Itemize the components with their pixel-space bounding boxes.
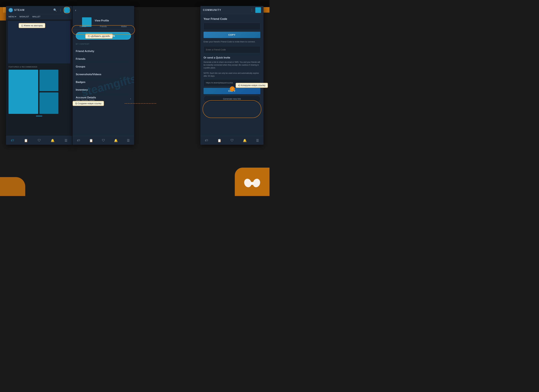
avatar-wrapper[interactable] xyxy=(64,7,70,13)
menu-item-friend-activity[interactable]: Friend Activity xyxy=(76,47,131,55)
cn-bottom-menu[interactable]: ☰ xyxy=(127,139,130,142)
quick-invite-desc: Generate a link to share via email or SM… xyxy=(203,61,260,69)
featured-small-image-1 xyxy=(39,70,58,91)
more-options-icon[interactable]: ⋮ xyxy=(59,8,62,12)
fc-bottom-nav: 🏷 📋 🛡 🔔 ☰ xyxy=(200,136,264,145)
fc-avatar xyxy=(255,7,261,13)
menu-item-friends[interactable]: Friends xyxy=(76,55,131,63)
nav-wishlist[interactable]: WISHLIST xyxy=(19,15,29,18)
steam-icon xyxy=(9,8,13,12)
cn-bottom-shield[interactable]: 🛡 xyxy=(102,139,105,142)
featured-main-image xyxy=(9,70,38,114)
bottom-nav-shield[interactable]: 🛡 xyxy=(38,139,41,142)
store-progress-bar xyxy=(36,116,42,116)
tab-friends[interactable]: Friends xyxy=(93,23,114,29)
search-icon[interactable]: 🔍 xyxy=(53,8,57,12)
steam-logo: STEAM xyxy=(9,8,25,12)
profile-tabs: Games Friends Wallet xyxy=(72,23,134,30)
avatar-highlight xyxy=(63,7,70,14)
menu-item-badges[interactable]: Badges xyxy=(76,78,131,86)
bottom-nav-store[interactable]: 🏷 xyxy=(11,139,14,142)
featured-label: FEATURED & RECOMMENDED xyxy=(9,66,70,68)
cn-bottom-bell[interactable]: 🔔 xyxy=(114,139,118,142)
panel-store: STEAM 🔍 ⋮ MENU ▾ WISHLIST WALLET 1) Жмем… xyxy=(6,6,72,145)
friend-code-display xyxy=(203,23,260,30)
note-text: NOTE: Each link can only be used once an… xyxy=(203,72,260,77)
cn-bottom-store[interactable]: 🏷 xyxy=(77,139,80,142)
panel-community: ‹ View Profile 2) «Добавить друзей» Game… xyxy=(72,6,134,145)
panel-friendcode: COMMUNITY ⋮ Your Friend Code COPY Enter … xyxy=(200,6,264,145)
annotation-2: 2) «Добавить друзей» xyxy=(85,33,113,39)
nav-menu[interactable]: MENU ▾ xyxy=(9,15,16,18)
header-right-icons: ⋮ xyxy=(250,7,261,13)
fc-bottom-shield[interactable]: 🛡 xyxy=(231,139,234,142)
checkmark-annotation: ✓ xyxy=(230,86,235,91)
deco-white-bow xyxy=(244,177,260,190)
fc-bottom-bell[interactable]: 🔔 xyxy=(243,139,247,142)
fc-bottom-menu[interactable]: ☰ xyxy=(256,139,259,142)
generate-link-button[interactable]: Generate new link xyxy=(203,96,260,102)
cn-bottom-library[interactable]: 📋 xyxy=(89,139,93,142)
more-icon[interactable]: ⋮ xyxy=(250,8,253,12)
featured-side-images xyxy=(39,70,58,114)
store-content: FEATURED & RECOMMENDED xyxy=(6,63,72,120)
tab-games[interactable]: Games xyxy=(72,23,93,29)
menu-item-inventory[interactable]: Inventory xyxy=(76,86,131,94)
community-bottom-nav: 🏷 📋 🛡 🔔 ☰ xyxy=(72,136,134,145)
view-profile-btn[interactable]: View Profile xyxy=(95,19,109,22)
quick-invite-title: Or send a Quick Invite xyxy=(203,56,260,59)
friend-code-desc: Enter your friend's Friend Code to invit… xyxy=(203,40,260,43)
friend-code-title: Your Friend Code xyxy=(203,17,260,21)
featured-small-image-2 xyxy=(39,92,58,114)
fc-bottom-library[interactable]: 📋 xyxy=(217,139,221,142)
annotation-1: 1) Жмем на аватарку xyxy=(19,23,45,28)
annotation-4: 4) Копируем новую ссылку xyxy=(236,83,268,88)
steam-logo-text: STEAM xyxy=(14,9,25,11)
menu-item-groups[interactable]: Groups xyxy=(76,63,131,71)
my-content-section: MY CONTENT Friend Activity Friends Group… xyxy=(72,43,134,104)
my-content-label: MY CONTENT xyxy=(76,43,131,45)
nav-wallet[interactable]: WALLET xyxy=(32,15,41,18)
bottom-nav-bell[interactable]: 🔔 xyxy=(51,139,55,142)
copy-button-top[interactable]: COPY xyxy=(203,32,260,38)
connector-line-3 xyxy=(125,103,156,104)
deco-orange-bl xyxy=(0,177,25,196)
annotation-3: 3) Создаем новую ссылку xyxy=(72,101,104,106)
bottom-nav-menu[interactable]: ☰ xyxy=(65,139,67,142)
back-arrow[interactable]: ‹ xyxy=(75,8,76,12)
community-header: ‹ xyxy=(72,6,134,14)
store-nav: MENU ▾ WISHLIST WALLET xyxy=(6,14,72,19)
friend-code-input[interactable] xyxy=(203,46,260,53)
friendcode-header: COMMUNITY ⋮ xyxy=(200,6,264,14)
store-bottom-nav: 🏷 📋 🛡 🔔 ☰ xyxy=(6,136,72,145)
menu-item-screenshots[interactable]: Screenshots/Videos xyxy=(76,71,131,78)
store-header: STEAM 🔍 ⋮ xyxy=(6,6,72,14)
store-header-icons: 🔍 ⋮ xyxy=(53,7,70,13)
bottom-nav-library[interactable]: 📋 xyxy=(24,139,28,142)
tab-wallet[interactable]: Wallet xyxy=(114,23,134,29)
friendcode-content: Your Friend Code COPY Enter your friend'… xyxy=(200,14,264,105)
community-panel-title: COMMUNITY xyxy=(203,9,221,11)
fc-bottom-store[interactable]: 🏷 xyxy=(205,139,208,142)
featured-images xyxy=(9,70,70,114)
